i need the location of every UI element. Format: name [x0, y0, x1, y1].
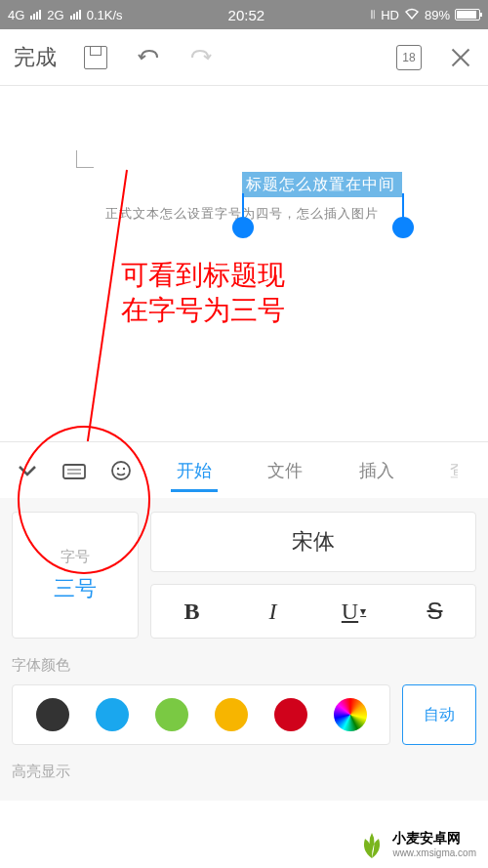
close-icon — [449, 46, 472, 69]
font-color-label: 字体颜色 — [12, 656, 476, 675]
color-swatch-blue[interactable] — [96, 698, 129, 731]
selection-handle-start[interactable] — [232, 217, 254, 238]
annotation-line-1: 可看到标题现 — [121, 258, 285, 293]
annotation-overlay-text: 可看到标题现 在字号为三号 — [121, 258, 285, 328]
assistant-button[interactable] — [102, 459, 141, 482]
selection-handle-end[interactable] — [392, 217, 414, 238]
hd-indicator: HD — [381, 8, 399, 22]
format-tab-strip: 开始 文件 插入 查 — [0, 441, 488, 498]
done-button[interactable]: 完成 — [14, 43, 57, 72]
selected-title-text[interactable]: 标题怎么放置在中间 — [242, 172, 402, 197]
svg-point-7 — [123, 467, 125, 469]
signal-bars-1 — [30, 10, 41, 20]
battery-icon — [455, 9, 480, 21]
chevron-down-icon: ▾ — [360, 604, 366, 619]
underline-button[interactable]: U▾ — [313, 585, 394, 638]
undo-icon — [136, 48, 161, 67]
format-panel: 字号 三号 宋体 B I U▾ S 字体颜色 自动 高亮显示 — [0, 498, 488, 801]
leaf-icon — [357, 831, 386, 860]
watermark: 小麦安卓网 www.xmsigma.com — [351, 829, 482, 862]
watermark-url: www.xmsigma.com — [392, 846, 476, 860]
page-margin-indicator — [76, 150, 94, 168]
status-time: 20:52 — [123, 7, 371, 23]
watermark-text: 小麦安卓网 www.xmsigma.com — [392, 831, 476, 860]
page-indicator[interactable]: 18 — [396, 45, 422, 70]
font-family-selector[interactable]: 宋体 — [150, 512, 476, 572]
color-swatch-red[interactable] — [274, 698, 307, 731]
save-button[interactable] — [82, 44, 109, 71]
app-toolbar: 完成 18 — [0, 29, 488, 86]
bold-button[interactable]: B — [151, 585, 232, 638]
tabs-container: 开始 文件 插入 查 — [148, 442, 480, 498]
color-swatch-custom[interactable] — [334, 698, 367, 731]
text-style-row: B I U▾ S — [150, 584, 476, 639]
status-bar: 4G 2G 0.1K/s 20:52 ⫴ HD 89% — [0, 0, 488, 29]
tab-file[interactable]: 文件 — [262, 443, 308, 498]
tab-insert[interactable]: 插入 — [353, 443, 400, 498]
signal-bars-2 — [70, 10, 81, 20]
fontsize-value: 三号 — [54, 574, 97, 603]
color-swatch-black[interactable] — [36, 698, 69, 731]
redo-icon — [188, 48, 214, 67]
smiley-icon — [109, 459, 133, 482]
undo-button[interactable] — [135, 44, 162, 71]
save-icon — [84, 46, 107, 69]
strikethrough-button[interactable]: S — [394, 585, 475, 638]
document-canvas[interactable]: 标题怎么放置在中间 正式文本怎么设置字号为四号，怎么插入图片 可看到标题现 在字… — [0, 86, 488, 441]
italic-button[interactable]: I — [232, 585, 313, 638]
keyboard-button[interactable] — [55, 461, 94, 480]
svg-point-5 — [112, 462, 130, 479]
keyboard-icon — [61, 461, 87, 480]
highlight-label: 高亮显示 — [12, 763, 476, 781]
collapse-panel-button[interactable] — [8, 464, 47, 477]
tab-start[interactable]: 开始 — [171, 443, 218, 498]
wifi-icon — [404, 8, 420, 22]
font-color-swatches — [12, 684, 390, 745]
watermark-brand: 小麦安卓网 — [392, 831, 476, 846]
network-2g: 2G — [47, 8, 63, 22]
svg-point-6 — [117, 467, 119, 469]
network-4g: 4G — [8, 8, 24, 22]
color-swatch-green[interactable] — [155, 698, 188, 731]
status-right: ⫴ HD 89% — [370, 7, 480, 22]
chevron-down-icon — [17, 464, 38, 477]
close-button[interactable] — [447, 44, 474, 71]
fontsize-label: 字号 — [61, 548, 90, 566]
annotation-line-2: 在字号为三号 — [121, 293, 285, 328]
auto-color-button[interactable]: 自动 — [402, 684, 476, 745]
color-swatch-yellow[interactable] — [215, 698, 248, 731]
vibrate-icon: ⫴ — [370, 7, 376, 22]
redo-button[interactable] — [187, 44, 215, 71]
battery-pct: 89% — [425, 8, 450, 22]
svg-rect-2 — [63, 465, 85, 478]
fontsize-selector[interactable]: 字号 三号 — [12, 512, 139, 639]
status-left: 4G 2G 0.1K/s — [8, 8, 123, 22]
tab-view-partial[interactable]: 查 — [444, 443, 458, 498]
net-speed: 0.1K/s — [87, 8, 123, 22]
